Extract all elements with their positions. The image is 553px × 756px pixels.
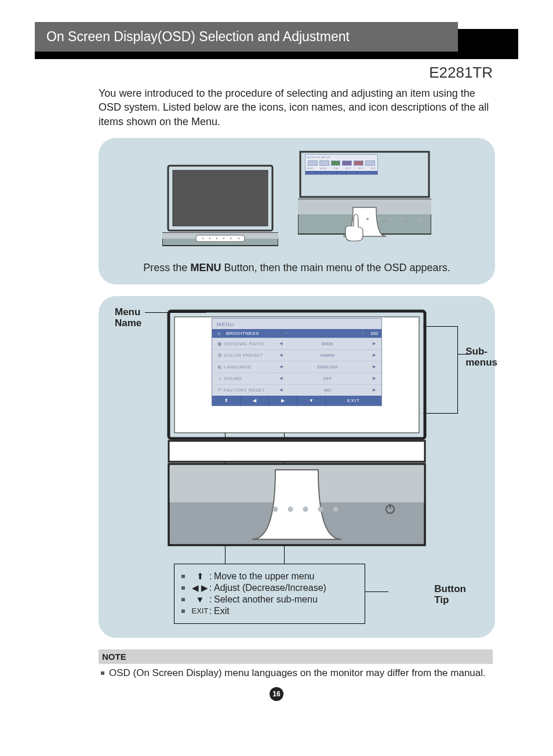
page-title: On Screen Display(OSD) Selection and Adj… xyxy=(35,22,458,52)
svg-rect-23 xyxy=(169,441,425,462)
note-section: NOTE OSD (On Screen Display) menu langua… xyxy=(99,649,493,679)
svg-point-9 xyxy=(230,238,231,239)
button-tip-box: ⬆ : Move to the upper menu ◀ ▶ : Adjust … xyxy=(174,564,365,624)
mini-osd-popup: MONITOR SETUP MENU MODE DUAL AUTO INPUT … xyxy=(305,154,378,175)
svg-point-16 xyxy=(378,218,380,220)
svg-point-17 xyxy=(390,218,392,220)
right-icon: ▶ xyxy=(269,396,297,406)
bullet-icon xyxy=(181,609,185,613)
intro-text: You were introduced to the procedure of … xyxy=(99,86,493,129)
down-icon: ▼ xyxy=(191,594,209,604)
osd-title: MENU xyxy=(212,319,381,329)
svg-point-29 xyxy=(303,506,308,512)
svg-point-28 xyxy=(288,506,293,512)
tip-row: ▼ : Select another sub-menu xyxy=(181,594,358,605)
monitor-illustration-zoom: MONITOR SETUP MENU MODE DUAL AUTO INPUT … xyxy=(298,149,431,254)
svg-point-8 xyxy=(223,238,224,239)
note-title: NOTE xyxy=(99,649,493,664)
tip-text: Adjust (Decrease/Increase) xyxy=(214,583,358,593)
header-blackbar: On Screen Display(OSD) Selection and Adj… xyxy=(35,29,518,59)
callout-line xyxy=(365,591,388,592)
mini-osd-label: MODE xyxy=(320,167,326,170)
up-icon: ⬆ xyxy=(191,571,209,582)
svg-point-15 xyxy=(366,218,369,220)
tip-row: ⬆ : Move to the upper menu xyxy=(181,571,358,582)
osd-row: ⦿ COLOR PRESET ◀WARM▶ xyxy=(212,349,381,361)
left-right-icon: ◀ ▶ xyxy=(191,583,209,593)
tip-text: Move to the upper menu xyxy=(214,571,358,582)
bullet-icon xyxy=(181,575,185,578)
note-body-text: OSD (On Screen Display) menu languages o… xyxy=(109,667,486,679)
mini-osd-label: MENU xyxy=(307,167,313,170)
monitor-illustration-large: MENU ☼ BRIGHTNESS ◀ ▶ 100 ▣ ORIGINAL RAT… xyxy=(165,308,428,565)
svg-point-6 xyxy=(209,238,210,239)
svg-point-18 xyxy=(401,218,403,220)
osd-row: ♫ SOUND ◀OFF▶ xyxy=(212,372,381,384)
svg-point-30 xyxy=(318,506,323,512)
bullet-icon xyxy=(101,671,104,675)
svg-point-7 xyxy=(216,238,217,239)
tip-row: ◀ ▶ : Adjust (Decrease/Increase) xyxy=(181,583,358,593)
tip-text: Select another sub-menu xyxy=(214,594,358,605)
svg-point-31 xyxy=(333,506,339,512)
osd-row: ↶ FACTORY RESET ◀NO▶ xyxy=(212,384,381,396)
osd-exit: EXIT xyxy=(326,398,381,403)
tip-text: Exit xyxy=(214,606,358,616)
mini-osd-label: AUTO xyxy=(345,167,351,170)
down-icon: ▼ xyxy=(297,396,326,406)
label-button-tip: Button Tip xyxy=(434,583,466,606)
osd-row: ◐ LANGUAGE ◀ENGLISH▶ xyxy=(212,361,381,372)
page-number: 16 xyxy=(270,687,283,701)
tip-row: EXIT : Exit xyxy=(181,606,358,616)
monitor-illustration-small xyxy=(162,161,278,254)
osd-row: ▣ ORIGINAL RATIO ◀WIDE▶ xyxy=(212,338,381,349)
osd-navbar: ⬆ ◀ ▶ ▼ EXIT xyxy=(212,396,381,406)
osd-row-brightness: ☼ BRIGHTNESS ◀ ▶ 100 xyxy=(212,329,381,338)
panel-press-menu: MONITOR SETUP MENU MODE DUAL AUTO INPUT … xyxy=(99,138,495,284)
exit-label: EXIT xyxy=(191,607,209,615)
svg-point-5 xyxy=(202,238,203,239)
model-number: E2281TR xyxy=(35,64,493,82)
bullet-icon xyxy=(181,586,185,590)
up-icon: ⬆ xyxy=(212,396,241,406)
panel1-caption: Press the MENU Button, then the main men… xyxy=(112,262,481,274)
svg-point-10 xyxy=(238,238,239,239)
bullet-icon xyxy=(181,598,185,601)
svg-point-27 xyxy=(273,506,278,512)
mini-osd-title: MONITOR SETUP xyxy=(305,155,377,159)
panel-osd-diagram: Menu Name Sub- menus Button Tip xyxy=(99,296,495,638)
osd-menu: MENU ☼ BRIGHTNESS ◀ ▶ 100 ▣ ORIGINAL RAT… xyxy=(212,318,382,406)
mini-osd-label: DUAL xyxy=(333,167,339,170)
left-icon: ◀ xyxy=(241,396,269,406)
svg-rect-1 xyxy=(173,170,268,226)
mini-osd-label: INPUT xyxy=(358,167,365,170)
mini-osd-label: EXIT xyxy=(371,167,376,170)
